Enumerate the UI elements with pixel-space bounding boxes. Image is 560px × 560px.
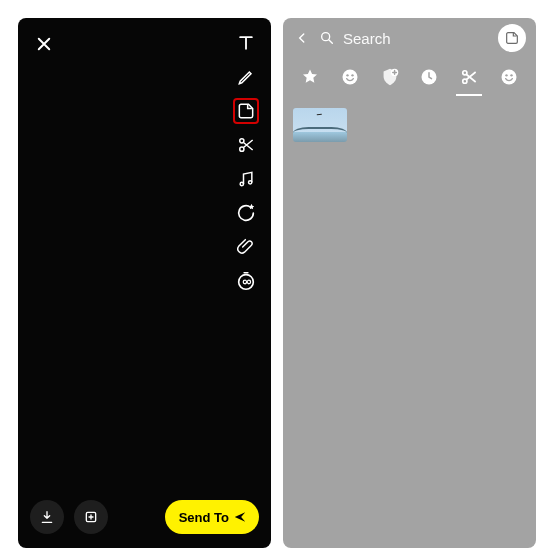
close-icon [35,35,53,53]
chevron-left-icon [295,31,309,45]
sticker-search-row: Search [283,18,536,58]
text-icon [236,33,256,53]
svg-point-2 [240,182,243,185]
bridge-graphic [293,127,347,133]
paperclip-icon [236,237,256,257]
sticker-mode-chip[interactable] [498,24,526,52]
bird-graphic [317,114,323,119]
scissors-icon [236,135,256,155]
sticker-tabs [283,58,536,96]
tab-recent[interactable] [414,62,444,92]
sticker-picker-screen: Search [283,18,536,548]
tab-favorites[interactable] [295,62,325,92]
sticker-grid [287,100,532,544]
close-button[interactable] [32,32,56,56]
story-icon [83,509,99,525]
tool-loop[interactable] [233,200,259,226]
loop-star-icon [235,202,257,224]
emoji-icon [340,67,360,87]
send-icon [233,510,247,524]
send-to-button[interactable]: Send To [165,500,259,534]
svg-point-16 [510,74,512,76]
svg-point-0 [240,139,244,143]
svg-point-14 [501,70,516,85]
svg-point-9 [351,74,353,76]
sticker-icon [504,30,520,46]
tool-attachment[interactable] [233,234,259,260]
search-icon [319,30,335,46]
tool-text[interactable] [233,30,259,56]
svg-point-1 [240,147,244,151]
download-icon [39,509,55,525]
tool-timer[interactable] [233,268,259,294]
back-button[interactable] [293,31,311,45]
scissors-icon [459,67,479,87]
clock-icon [419,67,439,87]
tab-bitmoji[interactable] [494,62,524,92]
send-to-label: Send To [179,510,229,525]
svg-point-13 [463,79,467,83]
svg-point-3 [249,181,252,184]
svg-point-15 [505,74,507,76]
timer-infinity-icon [235,270,257,292]
tool-music[interactable] [233,166,259,192]
editor-bottom-bar: Send To [30,500,259,534]
save-button[interactable] [30,500,64,534]
svg-point-12 [463,71,467,75]
tool-scissors[interactable] [233,132,259,158]
sticker-icon [236,101,256,121]
editor-toolbar [233,30,259,294]
svg-point-7 [342,70,357,85]
star-icon [300,67,320,87]
tool-pencil[interactable] [233,64,259,90]
tab-cameo[interactable] [375,62,405,92]
search-input[interactable]: Search [343,30,490,47]
snap-editor-screen: Send To [18,18,271,548]
tool-sticker[interactable] [233,98,259,124]
music-icon [236,169,256,189]
cutout-sticker-item[interactable] [293,108,347,142]
shield-plus-icon [379,66,401,88]
pencil-icon [236,67,256,87]
svg-point-8 [346,74,348,76]
story-button[interactable] [74,500,108,534]
tab-emoji[interactable] [335,62,365,92]
svg-point-6 [322,33,330,41]
tab-cutouts[interactable] [454,62,484,92]
smiley-icon [499,67,519,87]
